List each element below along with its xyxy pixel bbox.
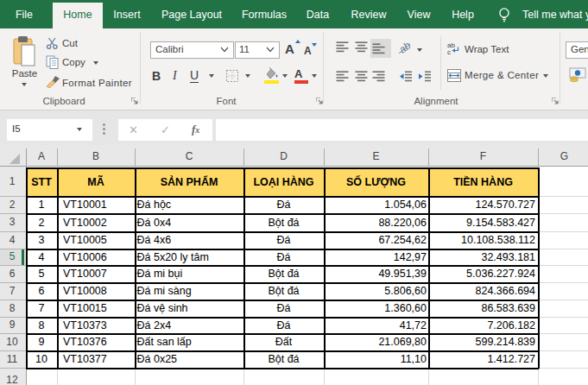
- svg-text:c: c: [447, 48, 451, 55]
